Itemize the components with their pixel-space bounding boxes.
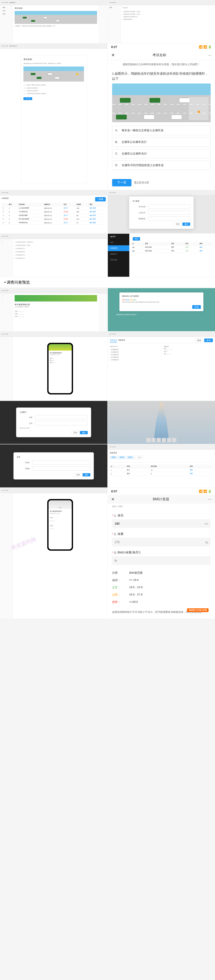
confirm-btn[interactable]: 确定 — [80, 431, 88, 434]
screenshot-exam-desktop-2: ⟵ ⟶ ⟳ 菜单 考试名称 ○ 选项内容文字说明第一行显示○ 选项内容文字说明第… — [108, 0, 215, 43]
screenshot-exam-mobile: 8:27 📶 📶 🔋 ✕ 考试名称 ⋯ 感谢您能抽出几分钟时间来参加本次答题，现… — [108, 43, 215, 190]
table-row[interactable]: ☐2产品体验问卷2023-01-14已结束256编辑 删除 — [2, 210, 106, 214]
table-row[interactable]: 002测试问卷B考试正常编辑 — [131, 249, 213, 253]
screenshot-list-view: ⟵ ⟶ ⟳ ○○ ☐ 列表项目内容第一行说明文字☐ 列表项目内容第二行说明☐ 列… — [0, 234, 108, 277]
thumbnail[interactable] — [146, 438, 150, 442]
thumbnail[interactable] — [167, 438, 171, 442]
data-table: 编号问卷名称创建时间状态收集数操作 ☐1员工满意度调查2023-01-15进行中… — [2, 203, 106, 225]
tag[interactable]: 标签B — [118, 456, 126, 459]
thumbnail[interactable] — [172, 438, 176, 442]
cancel-button[interactable]: 取消 — [174, 222, 182, 226]
question-image: 题库水印文字 — [112, 83, 211, 122]
option-c[interactable]: C、右侧车让左侧车先行 — [112, 149, 211, 158]
screenshot-dress-gallery — [108, 401, 215, 444]
add-tag[interactable]: + 添加 — [135, 456, 143, 459]
status-time: 8:27 — [111, 45, 117, 49]
tab[interactable]: 高级设置 — [118, 339, 125, 341]
thumbnail[interactable] — [162, 438, 166, 442]
confirm-button[interactable]: 确定 — [182, 223, 190, 226]
screenshot-dark-admin: ◉ 用户 首页 问卷管理 数据统计 系统设置 新建 ID名称类型状态操作 001… — [108, 234, 215, 277]
screenshot-exam-answer: ⟵ ⟶ ⟳ 192.168.x.x 考试名称 感谢您能抽出几分钟时间来参加本次答… — [0, 43, 108, 190]
file-input[interactable] — [35, 421, 88, 425]
table-row[interactable]: 001测试问卷A调查正常编辑 — [131, 245, 213, 249]
import-modal: 导入数据 文件名称 上传文件 数据类型 取消 确定 — [129, 196, 193, 229]
file-upload[interactable] — [148, 210, 190, 215]
status-time: 8:57 — [111, 490, 117, 493]
screenshot-survey-preview-2: 调查问卷 | 员工满意度 ■必填 ■单选 ■多选 ■填空 说明文字内容区域显示问… — [108, 288, 215, 331]
save-btn[interactable]: 保存 — [194, 338, 204, 342]
close-icon[interactable]: ✕ — [111, 497, 114, 502]
screenshot-survey-preview-1: ⟵ ⟶ ⟳ ○○○ 每日健康体检信息 员工每日健康打卡调查表 问题 1 ____… — [0, 288, 108, 331]
thumbnail[interactable] — [157, 438, 161, 442]
tab[interactable]: 基本信息 — [110, 339, 117, 342]
table-row[interactable]: ☐4客户满意度调查2023-01-12已结束512编辑 删除 — [2, 217, 106, 221]
more-icon[interactable]: ⋯ — [208, 53, 212, 57]
table-row[interactable]: ☐1员工满意度调查2023-01-15进行中128编辑 删除 — [2, 206, 106, 210]
height-input[interactable] — [115, 522, 204, 525]
option-d[interactable]: D、右侧车寻找空隙提前进入左侧车道 — [112, 161, 211, 170]
screenshot-phone-preview-1: ⟵ ⟶ ⟳ ○ 每日健康体检信息 请如实填写以下信息 姓名 ____部门 ___… — [0, 332, 108, 401]
status-icons: 📶 📶 🔋 — [199, 490, 212, 493]
action-btn[interactable]: 新建 — [133, 237, 140, 240]
menu-item[interactable]: 问卷管理 — [108, 245, 129, 251]
bmi-note: 如果您的BMI值大于23.9或小于18.4，您可能需要多加锻炼身体，同时优化饮食… — [112, 610, 211, 614]
table-row[interactable]: ☐5年度考核问卷2023-01-11进行中67编辑 删除 — [2, 221, 106, 225]
page-title: 考试名称 — [111, 53, 208, 57]
bmi-result[interactable] — [115, 559, 208, 562]
filename-input[interactable] — [148, 204, 190, 209]
cancel-btn[interactable]: 取消 — [71, 431, 79, 434]
upload-modal: 上传图片 名称 文件 支持 jpg/png 格式 取消 确定 — [16, 407, 91, 437]
add-button[interactable]: + 新建 — [95, 197, 106, 201]
name-input[interactable] — [35, 415, 88, 419]
menu-item[interactable]: 系统设置 — [108, 257, 129, 263]
screenshot-phone-preview-2: ⟵ ⟶ ⟳ ○○ ◇◇◇ 每日健康体检信息 请如实填写以下信息 1. 姓名___… — [0, 488, 108, 619]
phone-mockup: 每日健康体检信息 请如实填写以下信息 姓名 ____部门 ____体温 ____ — [47, 343, 73, 395]
status-icons: 📶 📶 🔋 — [199, 45, 212, 49]
screenshot-import-modal: ⟵ ⟶ ⟳ 导入数据 文件名称 上传文件 数据类型 取消 确定 — [108, 190, 215, 233]
option-b[interactable]: B、左侧车让右侧车先行 — [112, 137, 211, 147]
screenshot-form-edit: ⟵ ⟶ ⟳ 基本信息 高级设置 保存 发布 题目设置区域 ○ 单选题配置项○ 多… — [108, 332, 215, 401]
intro-text: 感谢您能抽出几分钟时间来参加本次答题，现在我们就马上开始吧！ — [108, 60, 215, 69]
screenshot-settings-modal: 设置 选项A 选项B 取消 确定 — [0, 444, 108, 487]
question-text: 1.如图所示，驾驶机动车行驶至车道机动车排队等候或行驶缓慢时，以下 — [108, 69, 215, 83]
screenshot-bmi-calculator: 8:57 📶 📶 🔋 ✕ BMI计算器 ⋯ 首页 > BMI *1.身高 cm … — [108, 488, 215, 619]
tag[interactable]: 标签A — [110, 456, 117, 459]
section-title: • 调查问卷预览 — [0, 277, 215, 288]
status-bar: 8:27 📶 📶 🔋 — [108, 43, 215, 50]
browser-chrome: ⟵ ⟶ ⟳ localhost — [0, 0, 108, 5]
bmi-category: 过重： — [112, 593, 125, 597]
page-indicator: 第1页/共4页 — [134, 181, 149, 185]
bmi-category: 肥胖： — [112, 600, 125, 604]
tag[interactable]: 标签C — [126, 456, 134, 459]
bmi-category: 偏瘦： — [112, 578, 125, 582]
menu-item[interactable]: 首页 — [108, 240, 129, 245]
more-icon[interactable]: ⋯ — [208, 497, 212, 502]
screenshot-table-list: ⟵ ⟶ ⟳ 问卷管理 + 新建 编号问卷名称创建时间状态收集数操作 ☐1员工满意… — [0, 190, 108, 233]
dark-sidebar: ◉ 用户 首页 问卷管理 数据统计 系统设置 — [108, 234, 129, 277]
type-select[interactable] — [148, 216, 190, 221]
dress-photo — [108, 401, 215, 444]
next-page-button[interactable]: 下一页 — [112, 179, 131, 186]
weight-input[interactable] — [115, 540, 206, 544]
table-row[interactable]: ☐3培训需求调研2023-01-13进行中89编辑 删除 — [2, 214, 106, 217]
start-btn[interactable]: 开始 — [192, 305, 201, 309]
breadcrumb: 首页 > BMI — [108, 504, 215, 509]
left-sidebar: ○ 菜单○ 列表○ 设置 — [0, 5, 13, 43]
options-list: A、每车道一辆依次交替驶入左侧车道 B、左侧车让右侧车先行 C、右侧车让左侧车先… — [108, 122, 215, 176]
screenshot-exam-desktop-1: ⟵ ⟶ ⟳ localhost ○ 菜单○ 列表○ 设置 考试名称 1.如图所示… — [0, 0, 108, 43]
screenshot-tag-editor: ⟵ ⟶ ⟳ 标签管理 标签A 标签B 标签C + 添加 ID标签使用次数操作 1… — [108, 444, 215, 487]
thumbnail[interactable] — [152, 438, 156, 442]
menu-item[interactable]: 数据统计 — [108, 251, 129, 257]
page-title: BMI计算器 — [114, 497, 208, 502]
screenshot-upload-modal: 上传图片 名称 文件 支持 jpg/png 格式 取消 确定 — [0, 401, 108, 444]
exam-title: 考试名称 — [14, 7, 97, 10]
next-btn[interactable]: 下一页 — [24, 97, 32, 100]
option-a[interactable]: A、每车道一辆依次交替驶入左侧车道 — [112, 126, 211, 135]
bmi-category: 正常： — [112, 585, 125, 589]
publish-btn[interactable]: 发布 — [204, 339, 213, 342]
